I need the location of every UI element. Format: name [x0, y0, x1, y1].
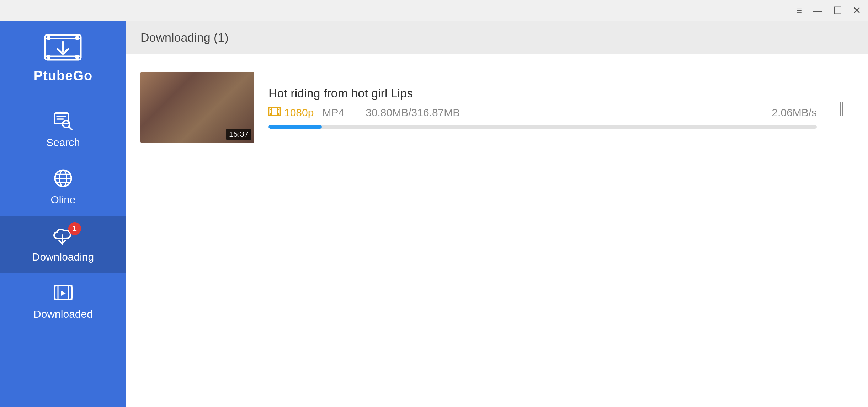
speed-text: 2.06MB/s — [772, 107, 817, 119]
downloaded-icon — [53, 283, 73, 305]
file-progress-text: 30.80MB/316.87MB — [366, 107, 460, 119]
sidebar: PtubeGo Search — [0, 21, 126, 407]
sidebar-item-downloaded[interactable]: Downloaded — [0, 273, 126, 330]
download-list: 15:37 Hot riding from hot girl Lips — [126, 54, 868, 407]
progress-bar-wrapper — [268, 125, 817, 129]
oline-icon — [53, 168, 73, 191]
app-logo-icon — [43, 32, 82, 64]
search-label: Search — [46, 136, 80, 149]
oline-label: Oline — [50, 194, 75, 206]
app-title: PtubeGo — [34, 68, 92, 84]
minimize-button[interactable]: — — [813, 6, 822, 16]
title-bar: ≡ — ☐ ✕ — [0, 0, 868, 21]
section-title: Downloading (1) — [140, 31, 229, 44]
svg-rect-7 — [54, 113, 69, 124]
svg-rect-28 — [278, 113, 279, 115]
sidebar-item-search[interactable]: Search — [0, 101, 126, 159]
progress-bar-fill — [268, 125, 322, 129]
svg-rect-26 — [270, 113, 271, 115]
maximize-button[interactable]: ☐ — [833, 6, 842, 16]
quality-badge: 1080p — [268, 107, 314, 119]
video-duration: 15:37 — [226, 129, 251, 140]
quality-text: 1080p — [284, 107, 314, 119]
svg-rect-4 — [75, 36, 79, 40]
table-row: 15:37 Hot riding from hot girl Lips — [140, 65, 854, 150]
search-icon — [53, 111, 73, 134]
downloading-label: Downloading — [32, 251, 94, 263]
sidebar-item-downloading[interactable]: 1 Downloading — [0, 216, 126, 273]
svg-line-11 — [69, 127, 72, 130]
content-area: Downloading (1) 15:37 Hot riding from ho… — [126, 21, 868, 407]
svg-rect-19 — [54, 286, 58, 299]
svg-marker-21 — [61, 291, 66, 296]
menu-button[interactable]: ≡ — [796, 6, 802, 16]
logo-area: PtubeGo — [34, 32, 92, 84]
download-meta: 1080p MP4 30.80MB/316.87MB 2.06MB/s — [268, 107, 817, 119]
section-header: Downloading (1) — [126, 21, 868, 54]
thumbnail-wrapper: 15:37 — [140, 72, 254, 143]
close-button[interactable]: ✕ — [853, 6, 861, 16]
downloading-badge: 1 — [68, 222, 81, 235]
svg-rect-3 — [47, 55, 50, 59]
svg-rect-20 — [68, 286, 72, 299]
svg-rect-27 — [278, 109, 279, 110]
download-info: Hot riding from hot girl Lips — [268, 86, 817, 129]
video-quality-icon — [268, 107, 281, 118]
sidebar-item-oline[interactable]: Oline — [0, 159, 126, 216]
video-title: Hot riding from hot girl Lips — [268, 86, 817, 100]
svg-rect-5 — [75, 55, 79, 59]
pause-button[interactable]: ‖ — [831, 96, 854, 119]
format-label: MP4 — [322, 107, 344, 119]
svg-rect-2 — [47, 36, 50, 40]
main-layout: PtubeGo Search — [0, 21, 868, 407]
downloaded-label: Downloaded — [33, 308, 93, 320]
svg-rect-25 — [270, 109, 271, 110]
